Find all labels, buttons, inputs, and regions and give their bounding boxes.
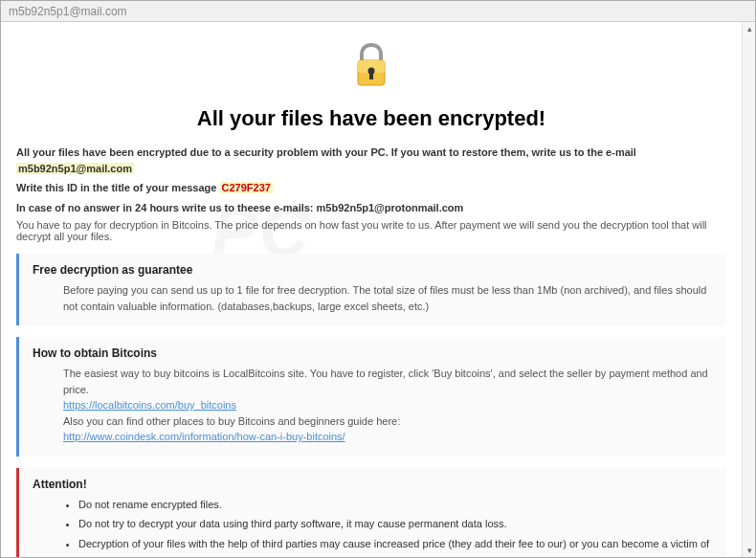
intro-line-2: Write this ID in the title of your messa… [16,180,726,196]
content-area: All your files have been encrypted! All … [1,22,755,557]
section-title-attention: Attention! [33,478,713,491]
section-body-free: Before paying you can send us up to 1 fi… [33,282,713,314]
vertical-scrollbar[interactable]: ▴ ▾ [742,22,755,557]
window-title-bar: m5b92n5p1@mail.com [1,1,755,22]
link-coindesk[interactable]: http://www.coindesk.com/information/how-… [63,431,345,442]
payment-info: You have to pay for decryption in Bitcoi… [16,219,726,242]
list-item: Decryption of your files with the help o… [78,536,713,558]
section-obtain-bitcoins: How to obtain Bitcoins The easiest way t… [16,337,726,457]
attention-list: Do not rename encrypted files. Do not tr… [33,497,713,558]
section-body-obtain: The easiest way to buy bitcoins is Local… [33,366,713,445]
intro-line-3: In case of no answer in 24 hours write u… [16,200,726,216]
main-heading: All your files have been encrypted! [16,106,726,131]
contact-email-1: m5b92n5p1@mail.com [16,163,134,174]
lock-icon [348,41,394,95]
scroll-up-icon[interactable]: ▴ [743,22,756,35]
list-item: Do not rename encrypted files. [78,497,713,513]
list-item: Do not try to decrypt your data using th… [78,516,713,532]
section-attention: Attention! Do not rename encrypted files… [16,468,726,558]
message-id: C279F237 [220,182,273,193]
section-title-free: Free decryption as guarantee [33,263,713,277]
svg-rect-3 [369,72,373,79]
intro-line-1: All your files have been encrypted due t… [16,145,726,176]
contact-email-2: m5b92n5p1@protonmail.com [317,202,464,213]
window-title: m5b92n5p1@mail.com [9,5,127,18]
lock-container [16,33,726,99]
scroll-down-icon[interactable]: ▾ [743,544,756,557]
section-title-obtain: How to obtain Bitcoins [33,346,713,360]
link-localbitcoins[interactable]: https://localbitcoins.com/buy_bitcoins [63,399,236,411]
section-free-decryption: Free decryption as guarantee Before payi… [16,254,726,325]
